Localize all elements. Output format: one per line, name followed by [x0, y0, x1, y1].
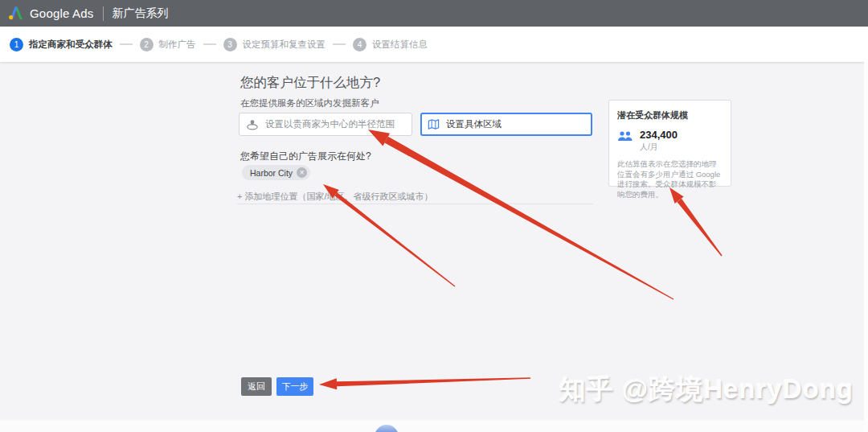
step-label: 指定商家和受众群体 — [29, 39, 113, 51]
step-number-badge: 1 — [10, 38, 23, 51]
section-divider — [237, 204, 593, 204]
stepper-step-3[interactable]: 3 设定预算和复查设置 — [223, 38, 326, 51]
page-right-edge — [864, 62, 868, 432]
page-title: 新广告系列 — [113, 6, 169, 21]
ad-show-where-label: 您希望自己的广告展示在何处? — [240, 150, 371, 163]
step-label: 设定预算和复查设置 — [243, 39, 326, 51]
map-icon — [428, 118, 440, 130]
audience-size-panel: 潜在受众群体规模 234,400 人/月 此估算值表示在您选择的地理位置会有多少… — [608, 100, 731, 187]
stepper-connector — [120, 43, 133, 45]
radius-range-label: 设置以贵商家为中心的半径范围 — [265, 118, 395, 130]
audience-size-unit: 人/月 — [640, 142, 678, 153]
annotation-arrows — [0, 0, 868, 432]
specific-area-button[interactable]: 设置具体区域 — [420, 113, 592, 136]
brand-name: Google Ads — [30, 6, 94, 20]
topbar: Google Ads 新广告系列 — [0, 0, 868, 27]
radius-pin-icon — [246, 118, 259, 131]
step-number-badge: 4 — [353, 38, 366, 51]
radius-range-button[interactable]: 设置以贵商家为中心的半径范围 — [239, 113, 412, 136]
location-chip[interactable]: Harbor City × — [242, 165, 310, 180]
stepper-step-2[interactable]: 2 制作广告 — [140, 38, 196, 51]
google-ads-logo-icon — [8, 6, 23, 20]
stepper-connector — [203, 43, 216, 45]
audience-people-icon — [617, 130, 633, 142]
audience-panel-description: 此估算值表示在您选择的地理位置会有多少用户通过 Google 进行搜索。受众群体… — [617, 159, 723, 200]
audience-panel-title: 潜在受众群体规模 — [617, 109, 723, 121]
serve-area-label: 在您提供服务的区域内发掘新客户 — [240, 97, 379, 109]
specific-area-label: 设置具体区域 — [446, 118, 502, 130]
question-title: 您的客户位于什么地方? — [240, 74, 380, 92]
step-number-badge: 3 — [223, 38, 237, 51]
chip-remove-icon[interactable]: × — [297, 167, 307, 178]
stepper-step-1[interactable]: 1 指定商家和受众群体 — [10, 38, 113, 51]
step-label: 制作广告 — [159, 39, 196, 51]
back-button[interactable]: 返回 — [241, 377, 272, 396]
next-button[interactable]: 下一步 — [276, 377, 313, 396]
step-number-badge: 2 — [140, 38, 154, 51]
stepper-step-4[interactable]: 4 设置结算信息 — [353, 38, 428, 51]
stepper: 1 指定商家和受众群体 2 制作广告 3 设定预算和复查设置 4 设置结算信息 — [0, 27, 868, 62]
stepper-connector — [333, 43, 346, 45]
audience-size-value: 234,400 — [640, 129, 678, 141]
chip-label: Harbor City — [250, 168, 293, 178]
footer-band — [0, 420, 868, 432]
zhihu-watermark: 知乎 @跨境HenryDong — [559, 372, 854, 408]
add-location-link[interactable]: + 添加地理位置（国家/地区、省级行政区或城市） — [237, 191, 433, 203]
google-ads-new-campaign-screen: Google Ads 新广告系列 1 指定商家和受众群体 2 制作广告 3 设定… — [0, 0, 868, 432]
topbar-divider — [103, 6, 104, 21]
step-label: 设置结算信息 — [372, 39, 428, 51]
